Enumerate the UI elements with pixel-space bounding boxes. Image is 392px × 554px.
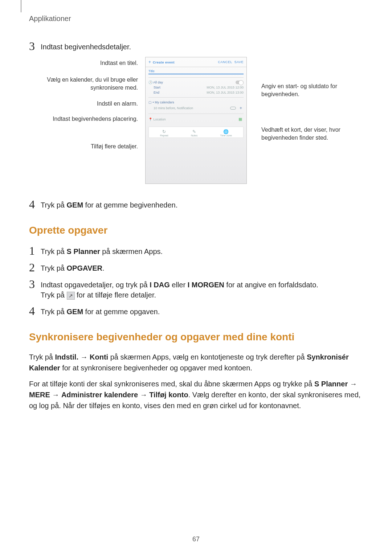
mock-create-event: Create event	[153, 61, 175, 64]
notes-icon: ✎	[191, 129, 197, 134]
step-number: 3	[29, 278, 41, 290]
step-3: 3 Indtast begivenhedsdetaljer.	[29, 40, 363, 52]
mock-mycal: My calendars	[155, 100, 174, 104]
t: S Planner	[314, 380, 348, 388]
t: GEM	[67, 308, 83, 316]
step-number: 3	[29, 40, 41, 52]
sync-paragraph-1: Tryk på Indstil. → Konti på skærmen Apps…	[29, 352, 363, 373]
phone-mockup: + Create event CANCEL SAVE Title 🕒 All d…	[145, 57, 247, 184]
callout-dates: Angiv en start- og slutdato for begivenh…	[261, 82, 356, 98]
task-step-1: 1 Tryk på S Planner på skærmen Apps.	[29, 245, 363, 257]
t: I DAG	[150, 281, 170, 289]
t: MERE	[29, 391, 50, 399]
t: Tryk på	[41, 247, 67, 255]
callout-location: Indtast begivenhedens placering.	[44, 115, 138, 123]
t: Konti	[90, 353, 108, 361]
arrow-icon: →	[50, 391, 61, 399]
t: OPGAVER	[67, 264, 103, 272]
mock-end: End	[154, 91, 159, 94]
step-text: Tryk på GEM for at gemme begivenheden.	[41, 198, 177, 210]
t: Tryk på	[29, 353, 55, 361]
pill-icon	[230, 107, 236, 110]
t: For at tilføje konti der skal synkronise…	[29, 380, 314, 388]
step-4: 4 Tryk på GEM for at gemme begivenheden.	[29, 198, 363, 210]
arrow-icon: →	[348, 380, 357, 388]
figure-create-event: Indtast en titel. Vælg en kalender, du v…	[29, 57, 363, 184]
step-text: Tryk på S Planner på skærmen Apps.	[41, 245, 163, 257]
plus-icon: +	[148, 59, 151, 65]
t: for at tilføje flere detaljer.	[75, 291, 156, 299]
plus-icon: +	[240, 106, 244, 111]
t: GEM	[67, 201, 83, 209]
mock-start-date: MON, 13 JUL 2015 12:00	[207, 86, 244, 89]
t: Indtast opgavedetaljer, og tryk på	[41, 281, 150, 289]
callout-alarm: Indstil en alarm.	[44, 100, 138, 108]
task-step-2: 2 Tryk på OPGAVER.	[29, 262, 363, 273]
expand-icon: ↗	[67, 292, 75, 300]
mock-start: Start	[154, 86, 160, 89]
step-number: 4	[29, 198, 41, 210]
t: Tryk på	[41, 201, 67, 209]
t: for at gemme opgaven.	[83, 308, 160, 316]
t: Tryk på	[41, 308, 67, 316]
icn-repeat: Repeat	[160, 134, 168, 137]
t: S Planner	[67, 247, 100, 255]
arrow-icon: →	[138, 391, 149, 399]
step-text: Indtast begivenhedsdetaljer.	[41, 40, 131, 52]
chapter-title: Applikationer	[29, 15, 363, 23]
mock-location: Location	[154, 118, 166, 121]
callout-more: Tilføj flere detaljer.	[44, 143, 138, 151]
t: på skærmen Apps.	[100, 247, 163, 255]
repeat-icon: ↻	[160, 129, 168, 134]
callout-calendar: Vælg en kalender, du vil bruge eller syn…	[44, 76, 138, 92]
t: Tryk på	[41, 264, 67, 272]
step-number: 4	[29, 305, 41, 317]
t: for at angive en forfaldsdato.	[224, 281, 318, 289]
mock-end-date: MON, 13 JUL 2015 13:00	[207, 91, 244, 94]
step-text: Indtast opgavedetaljer, og tryk på I DAG…	[41, 278, 318, 300]
mock-allday: All day	[153, 81, 163, 84]
t: for at gemme begivenheden.	[83, 201, 177, 209]
step-number: 2	[29, 262, 41, 273]
globe-icon: 🌐	[220, 129, 232, 134]
mock-cancel: CANCEL	[218, 60, 232, 64]
t: på skærmen Apps, vælg en kontotjeneste o…	[108, 353, 307, 361]
mock-reminder: 10 mins before, Notification	[154, 106, 193, 110]
callout-title: Indtast en titel.	[44, 59, 138, 67]
t: .	[102, 264, 105, 272]
mock-toolbar: ↻Repeat ✎Notes 🌐Time zone	[148, 127, 244, 138]
t: eller	[170, 281, 188, 289]
toggle-icon	[236, 81, 244, 84]
mock-save: SAVE	[234, 60, 244, 64]
arrow-icon: →	[78, 353, 90, 361]
mock-title-field: Title	[148, 69, 244, 74]
t: Tryk på	[41, 291, 67, 299]
step-number: 1	[29, 245, 41, 257]
callout-map: Vedhæft et kort, der viser, hvor begiven…	[261, 126, 356, 142]
vertical-page-rule	[21, 0, 21, 12]
map-icon: ▦	[238, 117, 244, 122]
section-heading-sync: Synkronisere begivenheder og opgaver med…	[29, 331, 363, 343]
step-text: Tryk på OPGAVER.	[41, 262, 105, 273]
t: I MORGEN	[188, 281, 224, 289]
section-heading-tasks: Oprette opgaver	[29, 225, 363, 236]
t: for at synkronisere begivenheder og opga…	[60, 364, 252, 372]
icn-tz: Time zone	[220, 134, 232, 137]
page-number: 67	[0, 535, 392, 543]
task-step-4: 4 Tryk på GEM for at gemme opgaven.	[29, 305, 363, 317]
icn-notes: Notes	[191, 134, 197, 137]
t: Administrer kalendere	[61, 391, 138, 399]
task-step-3: 3 Indtast opgavedetaljer, og tryk på I D…	[29, 278, 363, 300]
t: Tilføj konto	[149, 391, 188, 399]
t: Indstil.	[55, 353, 78, 361]
sync-paragraph-2: For at tilføje konti der skal synkronise…	[29, 378, 363, 411]
step-text: Tryk på GEM for at gemme opgaven.	[41, 305, 160, 317]
